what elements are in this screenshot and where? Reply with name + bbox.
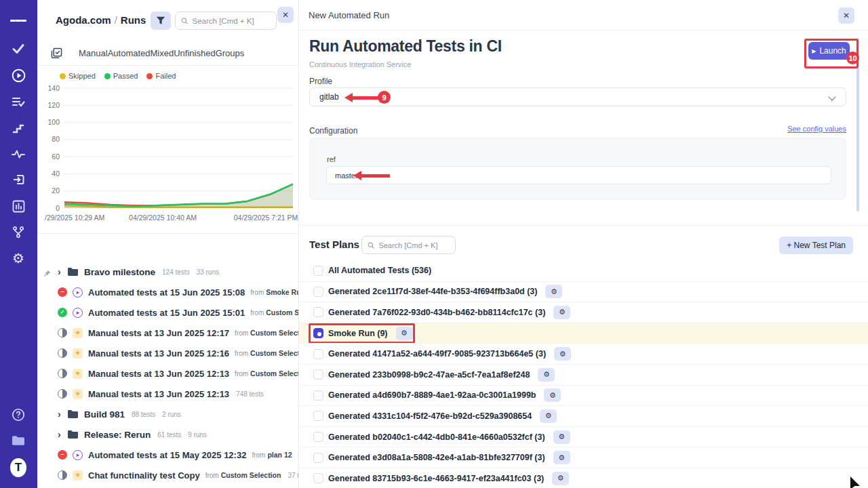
test-plan-row[interactable]: Generated 4331c104-f5f2-476e-b92d-c529a3… <box>299 405 868 426</box>
run-row[interactable]: › Automated tests at 15 Jun 2025 15:08 f… <box>37 282 298 302</box>
results-list-icon[interactable] <box>10 94 26 110</box>
tab[interactable]: Mixed <box>151 48 174 58</box>
test-plan-checkbox[interactable] <box>313 453 323 463</box>
run-row[interactable]: › Automated tests at 15 Jun 2025 15:01 f… <box>37 302 298 323</box>
gear-icon[interactable]: ⚙ <box>540 409 557 423</box>
tab[interactable]: Groups <box>216 48 245 58</box>
tab[interactable]: Manual <box>79 48 108 58</box>
test-plan-row[interactable]: Generated 7a76f022-93d0-434b-b462-bb8114… <box>299 302 868 323</box>
filter-button[interactable] <box>151 12 171 30</box>
test-plan-checkbox[interactable] <box>313 349 323 359</box>
test-plan-checkbox[interactable] <box>313 390 323 401</box>
select-runs-icon[interactable] <box>51 47 62 59</box>
test-plan-label[interactable]: Smoke Run (9) <box>328 329 388 338</box>
chevron-right-icon[interactable]: › <box>58 409 67 419</box>
settings-gear-icon[interactable]: ⚙ <box>10 250 26 266</box>
test-plan-label[interactable]: Generated a4d690b7-8889-4ae1-92aa-0c3001… <box>328 390 536 400</box>
run-title[interactable]: Automated tests at 15 Jun 2025 15:08 <box>88 287 245 298</box>
gear-icon[interactable]: ⚙ <box>552 472 569 485</box>
test-plan-checkbox[interactable] <box>313 266 323 276</box>
run-title[interactable]: Manual tests at 13 Jun 2025 12:16 <box>88 348 229 359</box>
runs-search[interactable] <box>175 12 277 30</box>
run-row[interactable]: › Manual tests at 13 Jun 2025 12:16 from… <box>37 343 298 363</box>
test-plan-checkbox[interactable] <box>313 432 323 442</box>
run-row[interactable]: › Bravo milestone 124 tests 33 runs from… <box>37 262 298 282</box>
projects-folder-icon[interactable] <box>10 432 26 449</box>
gear-icon[interactable]: ⚙ <box>553 306 570 319</box>
test-plan-row[interactable]: Smoke Run (9) ⚙ <box>299 323 868 344</box>
test-plan-label[interactable]: All Automated Tests (536) <box>328 266 431 275</box>
gear-icon[interactable]: ⚙ <box>553 430 570 444</box>
run-title[interactable]: Manual tests at 13 Jun 2025 12:13 <box>88 389 229 399</box>
test-plan-row[interactable]: Generated 83715b93-6c1e-4663-9417-ef23a4… <box>299 468 868 488</box>
run-row[interactable]: › Release: Rerun 61 tests 9 runs from ⚙ … <box>37 424 298 445</box>
gear-icon[interactable]: ⚙ <box>544 388 561 402</box>
test-plans-search[interactable] <box>361 236 456 254</box>
test-plan-row[interactable]: All Automated Tests (536) ⚙ <box>299 260 868 281</box>
launch-button[interactable]: ▶ Launch <box>808 42 850 60</box>
runs-play-icon[interactable] <box>10 67 26 83</box>
run-row[interactable]: › Manual tests at 13 Jun 2025 12:17 from… <box>37 323 298 343</box>
run-title[interactable]: Manual tests at 13 Jun 2025 12:13 <box>88 369 229 379</box>
tab[interactable]: Unfinished <box>174 48 215 58</box>
run-title[interactable]: Chat functinality test Copy <box>88 470 200 481</box>
modal-scrollbar[interactable] <box>856 38 859 211</box>
testomat-logo[interactable]: T <box>10 458 26 477</box>
test-plans-search-input[interactable] <box>378 241 450 249</box>
run-title[interactable]: Automated tests at 15 Jun 2025 15:01 <box>88 308 245 318</box>
test-plan-label[interactable]: Generated e3d08a1a-5808-42e4-a1ab-81bfe3… <box>328 453 545 462</box>
test-plan-label[interactable]: Generated 41471a52-a644-49f7-9085-923713… <box>328 349 546 359</box>
test-plan-label[interactable]: Generated 2ce11f7d-38ef-44fe-b353-4f694f… <box>328 287 537 296</box>
test-plan-label[interactable]: Generated b02040c1-c442-4db0-841e-4660a0… <box>328 432 545 442</box>
panel-close-button[interactable]: ✕ <box>277 7 294 23</box>
runs-search-input[interactable] <box>193 17 271 25</box>
gear-icon[interactable]: ⚙ <box>396 327 413 340</box>
tab[interactable]: Automated <box>108 48 151 58</box>
test-plan-row[interactable]: Generated b02040c1-c442-4db0-841e-4660a0… <box>299 426 868 447</box>
see-config-values-link[interactable]: See config values <box>787 125 846 133</box>
menu-icon[interactable] <box>10 12 26 28</box>
tests-check-icon[interactable] <box>10 41 26 57</box>
ref-input[interactable] <box>326 166 831 184</box>
breadcrumb-project[interactable]: Agoda.com <box>56 14 111 26</box>
run-title[interactable]: Manual tests at 13 Jun 2025 12:17 <box>88 328 229 338</box>
steps-icon[interactable] <box>10 120 26 136</box>
test-plan-label[interactable]: Generated 7a76f022-93d0-434b-b462-bb8114… <box>328 308 545 317</box>
test-plan-checkbox[interactable] <box>313 411 323 421</box>
test-plan-checkbox[interactable] <box>313 307 323 317</box>
new-test-plan-button[interactable]: + New Test Plan <box>779 237 853 254</box>
analytics-icon[interactable] <box>10 198 26 214</box>
run-title[interactable]: Automated tests at 15 May 2025 12:32 <box>88 450 246 460</box>
gear-icon[interactable]: ⚙ <box>554 347 571 361</box>
run-row[interactable]: › Automated tests at 15 May 2025 12:32 f… <box>37 445 298 465</box>
test-plan-checkbox[interactable] <box>313 328 323 338</box>
test-plan-label[interactable]: Generated 233b0998-b9c2-47ae-a5cf-7ea1af… <box>328 370 530 380</box>
test-plan-row[interactable]: Generated 2ce11f7d-38ef-44fe-b353-4f694f… <box>299 281 868 302</box>
breadcrumb[interactable]: Agoda.com/Runs <box>56 14 146 26</box>
test-plan-label[interactable]: Generated 83715b93-6c1e-4663-9417-ef23a4… <box>328 474 544 483</box>
folder-name[interactable]: Bravo milestone <box>84 267 155 277</box>
chevron-right-icon[interactable]: › <box>58 430 67 439</box>
test-plan-checkbox[interactable] <box>313 369 323 380</box>
test-plan-checkbox[interactable] <box>313 287 323 297</box>
test-plan-label[interactable]: Generated 4331c104-f5f2-476e-b92d-c529a3… <box>328 411 532 421</box>
test-plan-row[interactable]: Generated 233b0998-b9c2-47ae-a5cf-7ea1af… <box>299 364 868 385</box>
test-plan-row[interactable]: Generated 41471a52-a644-49f7-9085-923713… <box>299 343 868 364</box>
gear-icon[interactable]: ⚙ <box>545 285 562 298</box>
gear-icon[interactable]: ⚙ <box>553 451 570 464</box>
help-icon[interactable] <box>10 407 26 423</box>
import-icon[interactable] <box>10 171 26 188</box>
pulse-icon[interactable] <box>10 146 26 162</box>
chevron-right-icon[interactable]: › <box>58 267 67 277</box>
run-row[interactable]: › Chat functinality test Copy fromCustom… <box>37 465 298 485</box>
branches-icon[interactable] <box>10 224 26 240</box>
test-plan-checkbox[interactable] <box>313 473 323 483</box>
test-plan-row[interactable]: Generated e3d08a1a-5808-42e4-a1ab-81bfe3… <box>299 447 868 468</box>
test-plan-row[interactable]: Generated a4d690b7-8889-4ae1-92aa-0c3001… <box>299 385 868 406</box>
gear-icon[interactable]: ⚙ <box>538 368 555 382</box>
run-row[interactable]: › Manual tests at 13 Jun 2025 12:13 from… <box>37 384 298 404</box>
run-row[interactable]: › Build 981 88 tests 2 runs from ⚙ ⚙ <box>37 404 298 424</box>
modal-close-button[interactable]: ✕ <box>838 7 854 24</box>
folder-name[interactable]: Build 981 <box>84 409 125 420</box>
run-row[interactable]: › Manual tests at 13 Jun 2025 12:13 from… <box>37 363 298 384</box>
